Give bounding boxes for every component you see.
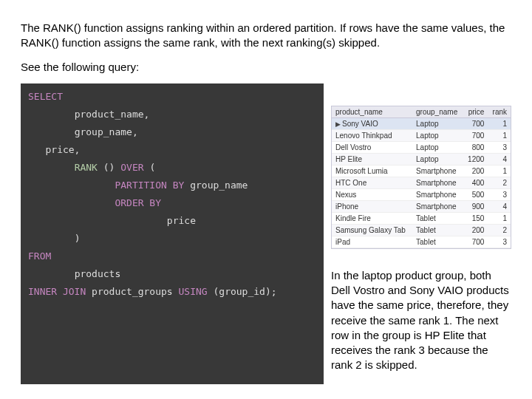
table-cell: 1: [488, 117, 511, 129]
table-row: iPhoneSmartphone9004: [332, 200, 511, 212]
table-cell: iPad: [332, 236, 412, 248]
content-row: SELECT product_name, group_name, price, …: [21, 83, 511, 384]
fn-rank: RANK: [75, 162, 98, 173]
sql-code-block: SELECT product_name, group_name, price, …: [21, 83, 324, 384]
kw-from: FROM: [28, 250, 51, 262]
code-text: (group_id);: [208, 286, 277, 297]
table-row: Lenovo ThinkpadLaptop7001: [332, 129, 511, 141]
table-cell: HTC One: [332, 177, 412, 188]
result-table-wrap: product_name group_name price rank ▶Sony…: [331, 106, 511, 249]
code-text: ): [75, 233, 81, 244]
explanation: In the laptop product group, both Dell V…: [331, 268, 511, 373]
intro-paragraph: The RANK() function assigns ranking with…: [21, 21, 511, 51]
table-cell: Kindle Fire: [332, 212, 412, 224]
code-text: product_name,: [75, 109, 150, 120]
table-cell: Smartphone: [412, 188, 463, 200]
table-row: Kindle FireTablet1501: [332, 212, 511, 224]
table-row: ▶Sony VAIOLaptop7001: [332, 117, 511, 129]
table-row: Microsoft LumiaSmartphone2001: [332, 165, 511, 177]
table-cell: Laptop: [412, 153, 463, 165]
code-text: price: [167, 215, 196, 226]
table-cell: Microsoft Lumia: [332, 165, 412, 177]
kw-using: USING: [179, 286, 208, 297]
table-cell: Nexus: [332, 188, 412, 200]
kw-select: SELECT: [28, 91, 63, 102]
table-cell: 4: [488, 200, 511, 212]
table-cell: 800: [463, 141, 488, 153]
table-cell: Dell Vostro: [332, 141, 412, 153]
table-cell: Laptop: [412, 129, 463, 141]
kw-orderby: ORDER BY: [115, 197, 161, 208]
col-product: product_name: [332, 106, 412, 118]
table-cell: Tablet: [412, 236, 463, 248]
table-cell: iPhone: [332, 200, 412, 212]
lead-in: See the following query:: [21, 60, 511, 75]
table-cell: 200: [463, 224, 488, 236]
table-row: HP EliteLaptop12004: [332, 153, 511, 165]
table-cell: 700: [463, 236, 488, 248]
kw-over: OVER: [120, 162, 143, 173]
kw-join: INNER JOIN: [28, 286, 86, 297]
table-body: ▶Sony VAIOLaptop7001Lenovo ThinkpadLapto…: [332, 117, 511, 248]
result-table: product_name group_name price rank ▶Sony…: [332, 106, 511, 248]
table-cell: 4: [488, 153, 511, 165]
code-text: products: [75, 268, 121, 279]
table-cell: 1: [488, 129, 511, 141]
table-cell: 3: [488, 188, 511, 200]
table-cell: 3: [488, 236, 511, 248]
table-cell: 400: [463, 177, 488, 188]
table-cell: Laptop: [412, 141, 463, 153]
table-cell: Tablet: [412, 224, 463, 236]
code-text: group_name: [184, 180, 248, 191]
col-group: group_name: [412, 106, 463, 118]
table-cell: 1: [488, 165, 511, 177]
kw-partition: PARTITION BY: [115, 180, 184, 191]
table-cell: 700: [463, 117, 488, 129]
table-cell: ▶Sony VAIO: [332, 117, 412, 129]
table-cell: 3: [488, 141, 511, 153]
table-cell: 1: [488, 212, 511, 224]
table-cell: Laptop: [412, 117, 463, 129]
table-cell: HP Elite: [332, 153, 412, 165]
table-cell: Smartphone: [412, 165, 463, 177]
table-cell: Smartphone: [412, 177, 463, 188]
table-cell: Lenovo Thinkpad: [332, 129, 412, 141]
table-cell: 2: [488, 177, 511, 188]
table-cell: 200: [463, 165, 488, 177]
col-rank: rank: [488, 106, 511, 118]
table-row: NexusSmartphone5003: [332, 188, 511, 200]
table-cell: 2: [488, 224, 511, 236]
table-cell: Smartphone: [412, 200, 463, 212]
right-column: product_name group_name price rank ▶Sony…: [331, 83, 511, 384]
code-text: product_groups: [86, 286, 178, 297]
table-row: HTC OneSmartphone4002: [332, 177, 511, 188]
table-row: iPadTablet7003: [332, 236, 511, 248]
table-cell: 500: [463, 188, 488, 200]
table-row: Samsung Galaxy TabTablet2002: [332, 224, 511, 236]
table-cell: 1200: [463, 153, 488, 165]
table-cell: 700: [463, 129, 488, 141]
table-cell: Samsung Galaxy Tab: [332, 224, 412, 236]
code-text: price,: [45, 144, 80, 155]
table-cell: 150: [463, 212, 488, 224]
col-price: price: [463, 106, 488, 118]
table-cell: Tablet: [412, 212, 463, 224]
table-cell: 900: [463, 200, 488, 212]
code-text: (: [144, 162, 156, 173]
table-row: Dell VostroLaptop8003: [332, 141, 511, 153]
code-text: (): [98, 162, 120, 173]
code-text: group_name,: [75, 126, 138, 137]
